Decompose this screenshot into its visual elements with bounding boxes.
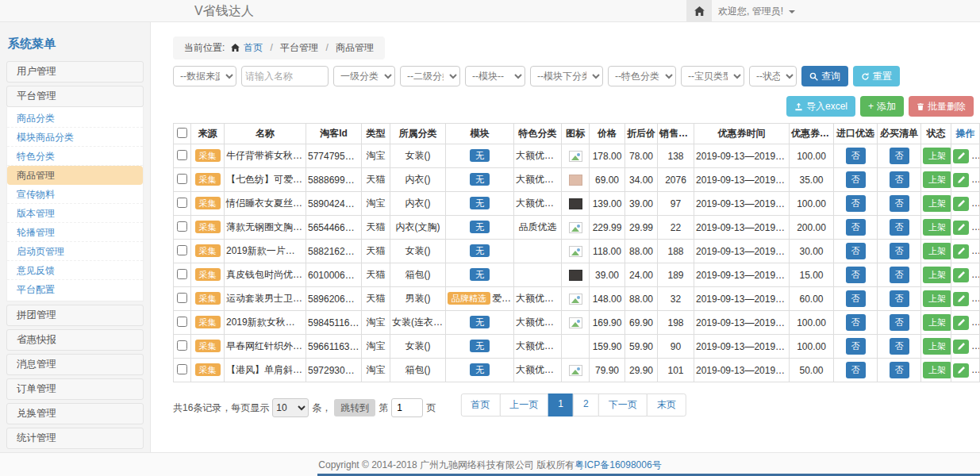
must-buy-cell: 否 <box>878 359 921 382</box>
icp-link[interactable]: 粤ICP备16098006号 <box>575 459 661 470</box>
must-buy-toggle[interactable]: 否 <box>890 314 909 331</box>
import-select-toggle[interactable]: 否 <box>846 219 866 236</box>
edit-button[interactable] <box>953 363 969 378</box>
sidebar-group-统计管理[interactable]: 统计管理 <box>6 428 144 449</box>
row-checkbox[interactable] <box>177 150 187 160</box>
edit-button[interactable] <box>953 316 969 330</box>
edit-button[interactable] <box>953 197 969 211</box>
import-excel-button[interactable]: 导入excel <box>786 96 855 117</box>
import-select-toggle[interactable]: 否 <box>846 171 866 188</box>
status-toggle[interactable]: 上架 <box>923 314 951 331</box>
status-toggle[interactable]: 上架 <box>923 195 951 212</box>
filter-select-数据来源[interactable]: --数据来源-- <box>173 66 236 86</box>
home-button[interactable] <box>686 0 712 22</box>
sidebar-group-平台管理[interactable]: 平台管理 <box>6 86 144 107</box>
batch-delete-button[interactable]: 批量删除 <box>909 96 974 117</box>
jump-button[interactable]: 跳转到 <box>334 399 375 416</box>
edit-button[interactable] <box>953 340 969 354</box>
must-buy-toggle[interactable]: 否 <box>890 195 909 212</box>
import-select-toggle[interactable]: 否 <box>846 148 866 164</box>
sidebar-item-宣传物料[interactable]: 宣传物料 <box>7 185 143 204</box>
pager-button-1[interactable]: 1 <box>548 393 574 416</box>
status-toggle[interactable]: 上架 <box>923 362 951 378</box>
search-button[interactable]: 查询 <box>801 66 848 86</box>
page-number-input[interactable] <box>391 398 423 417</box>
must-buy-toggle[interactable]: 否 <box>890 338 909 355</box>
reset-button[interactable]: 重置 <box>853 66 900 86</box>
status-toggle[interactable]: 上架 <box>923 267 951 283</box>
row-checkbox[interactable] <box>177 364 187 374</box>
sidebar-group-消息管理[interactable]: 消息管理 <box>6 354 144 375</box>
status-toggle[interactable]: 上架 <box>923 290 951 307</box>
sidebar-group-订单管理[interactable]: 订单管理 <box>6 378 144 400</box>
sidebar-item-轮播管理[interactable]: 轮播管理 <box>7 223 143 242</box>
import-select-toggle[interactable]: 否 <box>846 338 866 355</box>
must-buy-toggle[interactable]: 否 <box>890 290 909 307</box>
sidebar-item-商品管理[interactable]: 商品管理 <box>7 166 143 185</box>
filter-select-一级分类[interactable]: 一级分类 <box>333 66 395 86</box>
must-buy-toggle[interactable]: 否 <box>890 219 909 236</box>
pager-button-上一页[interactable]: 上一页 <box>499 393 548 416</box>
sidebar-item-特色分类[interactable]: 特色分类 <box>7 147 143 166</box>
sidebar-item-模块商品分类[interactable]: 模块商品分类 <box>7 128 143 147</box>
sidebar-item-商品分类[interactable]: 商品分类 <box>7 109 143 128</box>
sidebar-item-意见反馈[interactable]: 意见反馈 <box>7 261 143 280</box>
row-checkbox[interactable] <box>177 317 187 327</box>
edit-button[interactable] <box>953 292 969 306</box>
filter-select-宝贝类型[interactable]: --宝贝类型-- <box>681 66 744 86</box>
must-buy-toggle[interactable]: 否 <box>890 243 909 259</box>
pager-button-下一页[interactable]: 下一页 <box>598 393 648 416</box>
import-select-toggle[interactable]: 否 <box>846 243 866 259</box>
discount-price-cell: 29.90 <box>625 359 658 382</box>
pager-button-首页[interactable]: 首页 <box>460 393 500 416</box>
edit-button[interactable] <box>953 244 969 259</box>
add-button[interactable]: + 添加 <box>860 96 904 117</box>
breadcrumb-home-link[interactable]: 首页 <box>244 42 263 53</box>
import-select-toggle[interactable]: 否 <box>846 290 866 307</box>
pager-button-2[interactable]: 2 <box>573 393 599 416</box>
sidebar-item-版本管理[interactable]: 版本管理 <box>7 204 143 223</box>
sidebar-group-省惠快报[interactable]: 省惠快报 <box>6 329 144 351</box>
filter-select-特色分类[interactable]: --特色分类-- <box>608 66 676 86</box>
name-search-input[interactable] <box>241 66 329 86</box>
status-toggle[interactable]: 上架 <box>923 338 951 355</box>
edit-button[interactable] <box>953 268 969 282</box>
edit-button[interactable] <box>953 221 969 235</box>
sidebar-item-启动页管理[interactable]: 启动页管理 <box>7 242 143 261</box>
status-toggle[interactable]: 上架 <box>923 171 951 188</box>
col-header-图标: 图标 <box>562 124 590 144</box>
row-checkbox[interactable] <box>177 198 187 208</box>
edit-button[interactable] <box>953 149 969 163</box>
refresh-icon <box>861 72 870 81</box>
filter-select-模块下分类[interactable]: --模块下分类-- <box>530 66 603 86</box>
import-select-toggle[interactable]: 否 <box>846 195 866 212</box>
import-select-toggle[interactable]: 否 <box>846 362 866 378</box>
row-checkbox[interactable] <box>177 174 187 184</box>
edit-button[interactable] <box>953 173 969 187</box>
must-buy-toggle[interactable]: 否 <box>890 171 909 188</box>
status-toggle[interactable]: 上架 <box>923 219 951 236</box>
select-all-checkbox[interactable] <box>177 128 187 138</box>
filter-select-二级分类[interactable]: --二级分类-- <box>400 66 460 86</box>
status-toggle[interactable]: 上架 <box>923 243 951 259</box>
per-page-select[interactable]: 10 <box>272 398 309 417</box>
import-select-toggle[interactable]: 否 <box>846 314 866 331</box>
must-buy-toggle[interactable]: 否 <box>890 148 909 164</box>
must-buy-toggle[interactable]: 否 <box>890 267 909 283</box>
must-buy-toggle[interactable]: 否 <box>890 362 909 378</box>
row-checkbox[interactable] <box>177 221 187 232</box>
filter-select-状态[interactable]: --状态-- <box>749 66 797 86</box>
user-menu[interactable]: 欢迎您, 管理员! <box>718 0 795 22</box>
row-checkbox[interactable] <box>177 269 187 279</box>
import-select-toggle[interactable]: 否 <box>846 267 866 283</box>
row-checkbox[interactable] <box>177 245 187 255</box>
sidebar-group-兑换管理[interactable]: 兑换管理 <box>6 403 144 424</box>
row-checkbox[interactable] <box>177 293 187 303</box>
sidebar-item-平台配置[interactable]: 平台配置 <box>7 280 143 299</box>
row-checkbox[interactable] <box>177 340 187 351</box>
pager-button-末页[interactable]: 末页 <box>647 393 686 416</box>
filter-select-模块[interactable]: --模块-- <box>465 66 525 86</box>
status-toggle[interactable]: 上架 <box>923 148 951 164</box>
sidebar-group-拼团管理[interactable]: 拼团管理 <box>6 305 144 326</box>
sidebar-group-用户管理[interactable]: 用户管理 <box>6 61 144 83</box>
